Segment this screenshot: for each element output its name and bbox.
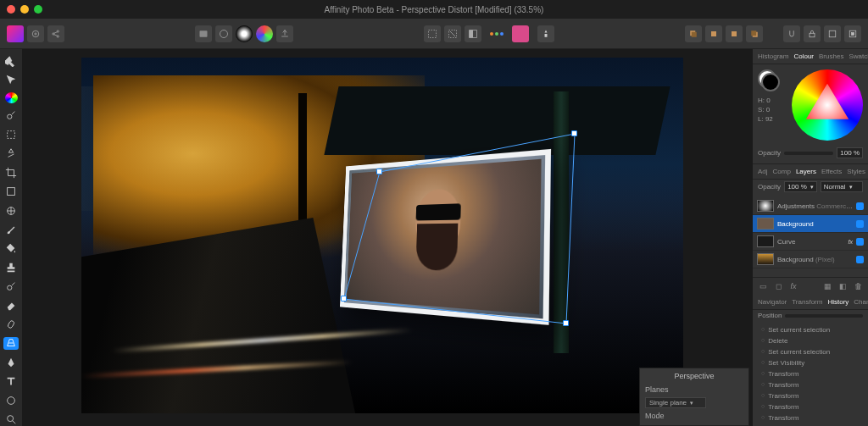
move-tool-icon[interactable] <box>3 73 19 86</box>
healing-tool-icon[interactable] <box>3 318 19 330</box>
align-dots-icon[interactable] <box>490 32 504 36</box>
blend-mode-select[interactable]: Normal <box>821 181 863 192</box>
tab-navigator[interactable]: Navigator <box>758 298 787 306</box>
pen-tool-icon[interactable] <box>3 356 19 368</box>
invert-selection-icon[interactable] <box>465 25 481 42</box>
prefs-icon[interactable] <box>27 25 44 42</box>
nav-adjust-icon[interactable]: ◧ <box>837 281 848 291</box>
zoom-tool-icon[interactable] <box>3 412 19 425</box>
document-canvas[interactable] <box>81 58 683 413</box>
tab-effects[interactable]: Effects <box>821 168 842 175</box>
arrange-back-icon[interactable] <box>685 25 702 42</box>
history-item[interactable]: Transform <box>753 412 868 423</box>
insert-inside-icon[interactable] <box>844 25 861 42</box>
arrange-forward-icon[interactable] <box>726 25 743 42</box>
tab-transform[interactable]: Transform <box>792 298 822 306</box>
perspective-handle-tl[interactable] <box>376 169 382 174</box>
select-all-icon[interactable] <box>424 25 441 42</box>
tab-styles[interactable]: Styles <box>847 168 865 175</box>
color-picker-icon[interactable] <box>5 92 18 103</box>
visibility-checkbox[interactable] <box>856 238 864 246</box>
swatch-pair[interactable] <box>758 69 780 91</box>
tab-histogram[interactable]: Histogram <box>758 53 788 60</box>
history-item[interactable]: Transform <box>753 390 868 401</box>
nav-thumb-icon[interactable]: ▭ <box>758 281 768 291</box>
deselect-icon[interactable] <box>444 25 461 42</box>
paint-brush-icon[interactable] <box>3 223 19 235</box>
perspective-options-panel[interactable]: Perspective Planes Single plane Mode <box>639 368 749 426</box>
vector-brush-icon[interactable] <box>3 394 19 407</box>
arrange-backward-icon[interactable] <box>705 25 722 42</box>
perspective-handle-tr[interactable] <box>571 130 577 136</box>
crop-tool-icon[interactable] <box>3 166 19 179</box>
layer-row[interactable]: Background <box>753 215 868 233</box>
history-item[interactable]: Transform <box>753 368 868 379</box>
snapping-icon[interactable] <box>783 25 800 42</box>
window-close[interactable] <box>7 5 15 14</box>
perspective-layer[interactable] <box>340 148 551 324</box>
history-item[interactable]: Set current selection <box>753 324 868 335</box>
persona-photo-icon[interactable] <box>195 25 212 42</box>
dodge-tool-icon[interactable] <box>3 280 19 293</box>
tab-adjustments[interactable]: Adj <box>758 168 768 175</box>
share-icon[interactable] <box>47 25 64 42</box>
svg-rect-12 <box>732 31 737 36</box>
nav-fx-icon[interactable]: fx <box>788 281 798 291</box>
view-tool-icon[interactable] <box>3 54 19 67</box>
selection-brush-icon[interactable] <box>3 109 19 122</box>
planes-select[interactable]: Single plane <box>645 397 706 408</box>
quick-mask-icon[interactable] <box>512 25 529 42</box>
arrange-front-icon[interactable] <box>746 25 763 42</box>
shape-tool-icon[interactable] <box>3 185 19 197</box>
visibility-checkbox[interactable] <box>856 256 864 263</box>
text-tool-icon[interactable] <box>3 375 19 388</box>
perspective-tool-icon[interactable] <box>3 337 19 350</box>
nav-mask-icon[interactable]: ▦ <box>822 281 832 291</box>
persona-tone-icon[interactable] <box>256 25 273 42</box>
color-wheel[interactable] <box>792 69 863 141</box>
eraser-tool-icon[interactable] <box>3 299 19 312</box>
perspective-handle-br[interactable] <box>563 320 569 326</box>
stamp-tool-icon[interactable] <box>3 261 19 274</box>
adjustment-icon[interactable] <box>3 204 19 217</box>
tab-channels[interactable]: Channels <box>854 298 868 306</box>
visibility-checkbox[interactable] <box>856 220 864 228</box>
layers-opacity-value[interactable]: 100 % <box>784 181 817 192</box>
flood-select-icon[interactable] <box>3 147 19 160</box>
history-item[interactable]: Delete <box>753 335 868 346</box>
app-logo[interactable] <box>7 25 24 42</box>
nav-square-icon[interactable]: ◻ <box>773 281 783 291</box>
history-item[interactable]: Set current selection <box>753 346 868 357</box>
tab-history[interactable]: History <box>827 298 849 306</box>
fill-tool-icon[interactable] <box>3 242 19 255</box>
lock-icon[interactable] <box>804 25 821 42</box>
window-maximize[interactable] <box>34 5 42 14</box>
visibility-checkbox[interactable] <box>856 202 864 210</box>
persona-export-icon[interactable] <box>276 25 293 42</box>
marquee-tool-icon[interactable] <box>3 128 19 141</box>
persona-liquify-icon[interactable] <box>215 25 232 42</box>
insert-target-icon[interactable] <box>824 25 841 42</box>
persona-develop-icon[interactable] <box>236 25 253 42</box>
layer-row[interactable]: Curve fx <box>753 233 868 251</box>
nav-delete-icon[interactable]: 🗑 <box>853 281 863 291</box>
tab-brushes[interactable]: Brushes <box>819 53 843 60</box>
assistant-icon[interactable] <box>537 25 554 42</box>
opacity-value[interactable]: 100 % <box>837 147 863 158</box>
tab-layers[interactable]: Layers <box>796 168 816 175</box>
history-position-slider[interactable] <box>785 314 863 318</box>
layers-opacity-label: Opacity <box>758 183 781 191</box>
window-minimize[interactable] <box>20 5 29 14</box>
tab-comp[interactable]: Comp <box>773 168 791 175</box>
perspective-handle-bl[interactable] <box>341 296 347 302</box>
layer-row[interactable]: Background (Pixel) <box>753 251 868 268</box>
tab-colour[interactable]: Colour <box>793 53 814 60</box>
history-item[interactable]: Transform <box>753 379 868 390</box>
opacity-slider[interactable] <box>784 152 833 155</box>
layer-row[interactable]: Adjustments Commercialisé-emot <box>753 197 868 215</box>
tab-swatches[interactable]: Swatches <box>849 53 868 60</box>
history-item[interactable]: Transform <box>753 401 868 412</box>
perspective-panel-title: Perspective <box>645 372 743 380</box>
history-position-label: Position <box>758 312 782 319</box>
history-item[interactable]: Set Visibility <box>753 357 868 368</box>
